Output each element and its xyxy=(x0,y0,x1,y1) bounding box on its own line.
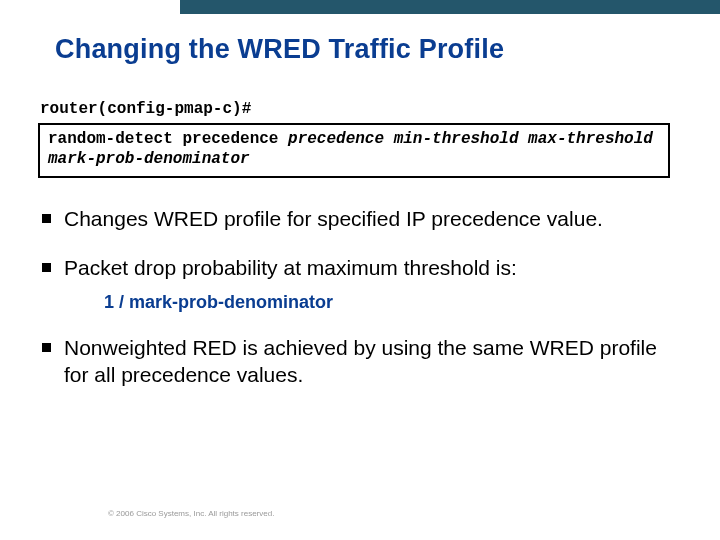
bullet-1: Changes WRED profile for specified IP pr… xyxy=(64,206,668,233)
command-line-2: mark-prob-denominator xyxy=(48,150,660,170)
command-keyword: random-detect precedence xyxy=(48,130,288,148)
bullet-3: Nonweighted RED is achieved by using the… xyxy=(64,335,668,389)
command-params-1: precedence min-threshold max-threshold xyxy=(288,130,653,148)
command-box: random-detect precedence precedence min-… xyxy=(38,123,670,178)
bullet-square-icon xyxy=(42,263,51,272)
copyright-text: © 2006 Cisco Systems, Inc. All rights re… xyxy=(108,509,274,518)
bullet-1-text: Changes WRED profile for specified IP pr… xyxy=(64,206,668,233)
slide-title: Changing the WRED Traffic Profile xyxy=(55,34,504,65)
command-params-2: mark-prob-denominator xyxy=(48,150,250,168)
bullet-square-icon xyxy=(42,214,51,223)
bullet-2-text: Packet drop probability at maximum thres… xyxy=(64,255,668,282)
bullet-2: Packet drop probability at maximum thres… xyxy=(64,255,668,313)
command-line-1: random-detect precedence precedence min-… xyxy=(48,130,660,150)
cli-prompt: router(config-pmap-c)# xyxy=(40,100,251,118)
top-accent-bar xyxy=(180,0,720,14)
bullet-list: Changes WRED profile for specified IP pr… xyxy=(64,206,668,411)
bullet-3-text: Nonweighted RED is achieved by using the… xyxy=(64,335,668,389)
formula-text: 1 / mark-prob-denominator xyxy=(104,292,668,313)
bullet-square-icon xyxy=(42,343,51,352)
